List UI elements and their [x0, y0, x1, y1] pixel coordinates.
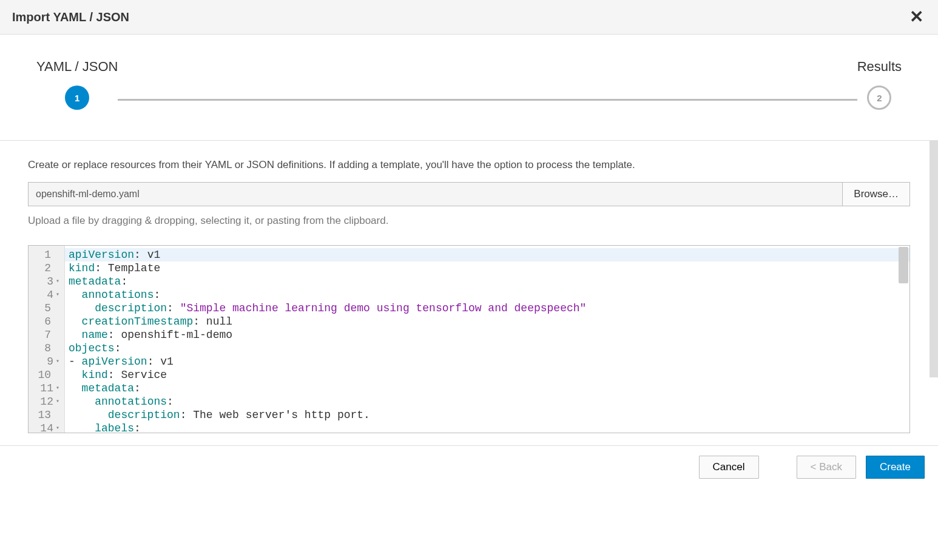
code-line[interactable]: - apiVersion: v1 [65, 355, 909, 368]
cancel-button[interactable]: Cancel [699, 456, 759, 479]
code-line[interactable]: creationTimestamp: null [65, 315, 909, 328]
step-label: YAML / JSON [36, 59, 118, 75]
gutter-line: 12▾ [29, 395, 64, 408]
code-line[interactable]: metadata: [65, 275, 909, 288]
gutter-line: 9▾ [29, 355, 64, 368]
code-line[interactable]: kind: Template [65, 261, 909, 275]
back-button[interactable]: < Back [797, 456, 856, 479]
file-input-row: Browse… [28, 182, 910, 206]
code-line[interactable]: kind: Service [65, 368, 909, 382]
gutter-line: 7 [29, 328, 64, 342]
fold-icon[interactable]: ▾ [56, 422, 59, 433]
code-line[interactable]: objects: [65, 342, 909, 355]
close-icon[interactable]: ✕ [907, 8, 926, 25]
upload-hint: Upload a file by dragging & dropping, se… [28, 215, 910, 227]
code-line[interactable]: metadata: [65, 382, 909, 395]
gutter-line: 4▾ [29, 288, 64, 302]
wizard-stepper: YAML / JSON 1 Results 2 [0, 35, 938, 140]
step-results[interactable]: Results 2 [857, 59, 902, 110]
fold-icon[interactable]: ▾ [56, 275, 59, 288]
file-name-input[interactable] [28, 182, 842, 206]
browse-button[interactable]: Browse… [842, 182, 910, 206]
editor-scrollbar[interactable] [899, 247, 908, 283]
create-button[interactable]: Create [866, 456, 925, 479]
code-line[interactable]: annotations: [65, 395, 909, 408]
gutter-line: 11▾ [29, 382, 64, 395]
gutter-line: 3▾ [29, 275, 64, 288]
code-line[interactable]: description: The web server's http port. [65, 408, 909, 422]
gutter-line: 5 [29, 302, 64, 315]
editor-gutter: 123▾4▾56789▾1011▾12▾1314▾ [29, 246, 65, 433]
gutter-line: 10 [29, 368, 64, 382]
editor-code[interactable]: apiVersion: v1kind: Templatemetadata: an… [65, 246, 909, 433]
modal-footer: Cancel < Back Create [0, 445, 938, 488]
code-line[interactable]: apiVersion: v1 [65, 248, 909, 261]
gutter-line: 6 [29, 315, 64, 328]
content: Create or replace resources from their Y… [0, 141, 938, 445]
code-line[interactable]: annotations: [65, 288, 909, 302]
step-circle-active: 1 [65, 86, 89, 110]
scrollbar-vertical[interactable] [930, 141, 938, 377]
fold-icon[interactable]: ▾ [56, 382, 59, 395]
fold-icon[interactable]: ▾ [56, 288, 59, 302]
gutter-line: 14▾ [29, 422, 64, 433]
code-editor[interactable]: 123▾4▾56789▾1011▾12▾1314▾ apiVersion: v1… [28, 245, 910, 433]
gutter-line: 13 [29, 408, 64, 422]
step-connector [118, 99, 857, 101]
step-label: Results [857, 59, 902, 75]
modal-header: Import YAML / JSON ✕ [0, 0, 938, 35]
modal-title: Import YAML / JSON [12, 10, 129, 24]
gutter-line: 1 [29, 248, 64, 261]
gutter-line: 2 [29, 261, 64, 275]
code-line[interactable]: labels: [65, 422, 909, 433]
code-line[interactable]: name: openshift-ml-demo [65, 328, 909, 342]
step-yaml-json[interactable]: YAML / JSON 1 [36, 59, 118, 110]
gutter-line: 8 [29, 342, 64, 355]
fold-icon[interactable]: ▾ [56, 395, 59, 408]
content-wrapper: Create or replace resources from their Y… [0, 140, 938, 445]
fold-icon[interactable]: ▾ [56, 355, 59, 368]
step-circle-inactive: 2 [867, 86, 891, 110]
description-text: Create or replace resources from their Y… [28, 159, 910, 171]
code-line[interactable]: description: "Simple machine learning de… [65, 302, 909, 315]
